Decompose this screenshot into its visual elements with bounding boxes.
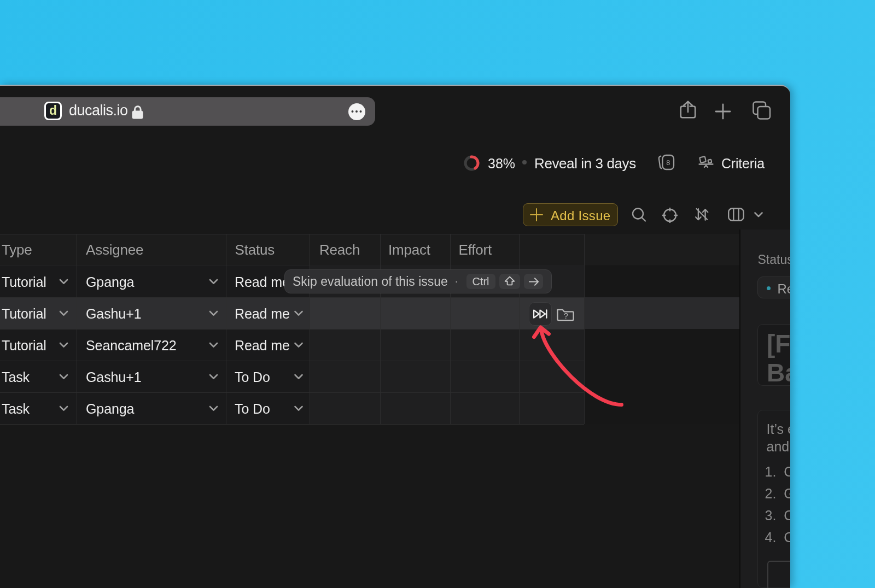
svg-text:?: ? [564, 311, 568, 320]
